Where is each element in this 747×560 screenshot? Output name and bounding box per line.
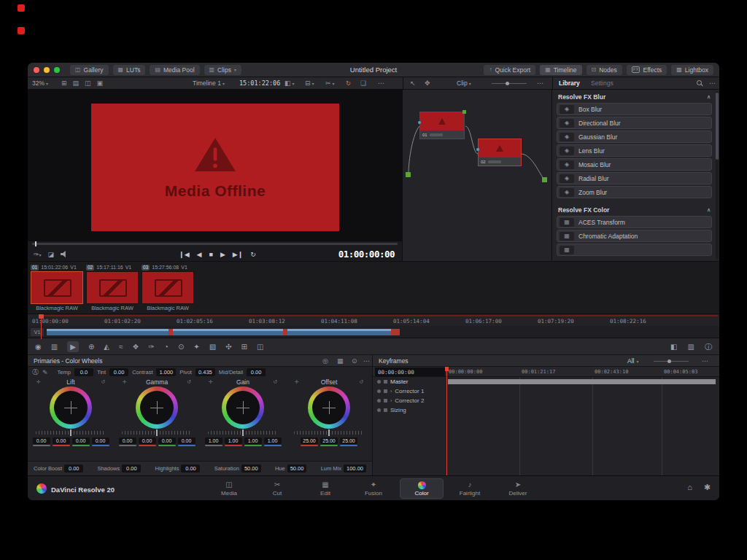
split-tools-select[interactable]: ✂▾ xyxy=(325,77,335,89)
crosshair-icon[interactable]: ✛ xyxy=(209,379,213,385)
clip-cell-2[interactable]: 02 15:17:11:16 V1 Blackmagic RAW xyxy=(86,263,139,312)
crosshair-icon[interactable]: ✛ xyxy=(123,379,127,385)
expand-chevron-icon[interactable]: › xyxy=(390,398,392,403)
zoom-icon[interactable]: ⊙ xyxy=(352,355,357,367)
effects-options-button[interactable]: ⋯ xyxy=(709,77,716,89)
node-zoom-slider[interactable] xyxy=(492,77,527,89)
audio-mute-icon[interactable] xyxy=(61,251,67,257)
fx-item-box-blur[interactable]: ◈Box Blur xyxy=(557,103,712,115)
stereo-tool-icon[interactable]: ◫ xyxy=(257,341,263,352)
keyframe-dot-icon[interactable] xyxy=(377,408,381,412)
page-fusion[interactable]: ✦Fusion xyxy=(352,478,395,499)
lock-icon[interactable] xyxy=(384,408,387,412)
keyframe-dot-icon[interactable] xyxy=(377,399,381,402)
timeline-clip-segment[interactable] xyxy=(173,329,283,335)
gamma-b-value[interactable]: 0.00 xyxy=(178,438,196,444)
lock-icon[interactable] xyxy=(384,399,387,402)
gain-color-wheel[interactable] xyxy=(222,386,264,429)
nodes-toggle-button[interactable]: ⊡Nodes xyxy=(587,65,622,75)
page-fairlight[interactable]: ♪Fairlight xyxy=(448,478,492,499)
keyframe-dot-icon[interactable] xyxy=(377,389,381,393)
corrector-node-2[interactable]: 02 xyxy=(478,139,522,166)
tracker-tool-icon[interactable]: ⊙ xyxy=(178,341,184,352)
offset-color-wheel[interactable] xyxy=(308,386,350,429)
crosshair-icon[interactable]: ✛ xyxy=(295,379,299,385)
page-deliver[interactable]: ➤Deliver xyxy=(496,478,540,499)
split-view-icon[interactable]: ▤ xyxy=(73,79,80,87)
panel-options-icon[interactable]: ⋯ xyxy=(363,355,370,367)
split-screen-icon[interactable]: ◧ xyxy=(670,341,677,352)
blur-tool-icon[interactable]: ▧ xyxy=(209,341,216,352)
keyframe-filter-select[interactable]: All▾ xyxy=(627,355,638,367)
clip-thumbnail[interactable] xyxy=(142,271,194,304)
clip-thumbnail[interactable] xyxy=(86,271,139,304)
key-tool-icon[interactable]: ✣ xyxy=(225,341,231,352)
effects-search-button[interactable] xyxy=(697,77,703,89)
offset-master-wheel[interactable] xyxy=(294,431,364,435)
scrub-playhead[interactable] xyxy=(35,241,36,246)
color-wheels-tool-icon[interactable]: ◉ xyxy=(35,341,42,352)
lift-y-value[interactable]: 0.00 xyxy=(33,438,50,444)
viewer-options-button[interactable]: ⋯ xyxy=(378,77,384,89)
timeline-clip-segment[interactable] xyxy=(391,329,400,335)
node-level-select[interactable]: Clip▾ xyxy=(457,77,471,89)
timeline-track-v1[interactable]: V1 xyxy=(28,326,719,338)
offset-r-value[interactable]: 25.00 xyxy=(301,438,318,444)
expand-viewer-button[interactable]: ❏ xyxy=(360,77,366,89)
go-to-last-frame-button[interactable]: ▶❙ xyxy=(233,251,243,258)
gallery-button[interactable]: ◫Gallery xyxy=(70,65,109,75)
timeline-toggle-button[interactable]: ▦Timeline xyxy=(540,65,581,75)
keyframe-dot-icon[interactable] xyxy=(377,380,381,384)
fx-item-radial-blur[interactable]: ◈Radial Blur xyxy=(557,172,712,184)
page-color[interactable]: Color xyxy=(400,478,444,499)
gamma-r-value[interactable]: 0.00 xyxy=(139,438,156,444)
timeline-selector[interactable]: Timeline 1▾ xyxy=(193,77,225,89)
pivot-value[interactable]: 0.435 xyxy=(196,368,215,376)
fx-item-zoom-blur[interactable]: ◈Zoom Blur xyxy=(557,186,712,198)
keyframe-zoom-slider[interactable] xyxy=(654,355,689,367)
fx-item-lens-blur[interactable]: ◈Lens Blur xyxy=(557,144,712,157)
effects-toggle-button[interactable]: FXEffects xyxy=(627,65,667,75)
zoom-window-button[interactable] xyxy=(54,67,60,73)
scrollbar-thumb[interactable] xyxy=(716,93,719,160)
keyframes-options-icon[interactable]: ⋯ xyxy=(702,355,708,367)
add-serial-node-icon[interactable]: ⊕ xyxy=(88,341,94,352)
node-options-button[interactable]: ⋯ xyxy=(537,77,543,89)
project-manager-home-icon[interactable]: ⌂ xyxy=(687,483,692,492)
lock-icon[interactable] xyxy=(384,380,387,384)
color-boost-value[interactable]: 0.00 xyxy=(64,464,83,472)
fx-item-directional-blur[interactable]: ◈Directional Blur xyxy=(557,117,712,129)
auto-balance-icon[interactable]: Ⓐ xyxy=(32,368,39,377)
kf-row-corrector-2[interactable]: › Corrector 2 xyxy=(373,396,489,405)
color-warper-tool-icon[interactable]: ❖ xyxy=(132,341,139,352)
annotation-tool-button[interactable]: ✑▾ xyxy=(34,251,42,258)
viewer-canvas[interactable]: Media Offline xyxy=(28,90,402,241)
fx-section-color-header[interactable]: Resolve FX Color ∧ xyxy=(552,203,719,214)
node-graph-panel[interactable]: 01 02 xyxy=(403,90,552,261)
reset-icon[interactable]: ↺ xyxy=(273,379,277,385)
page-edit[interactable]: ▦Edit xyxy=(303,478,347,499)
shadows-value[interactable]: 0.00 xyxy=(122,464,141,472)
lock-icon[interactable] xyxy=(384,389,387,393)
magic-mask-tool-icon[interactable]: ✦ xyxy=(193,341,199,352)
reset-icon[interactable]: ↺ xyxy=(187,379,191,385)
viewer-scrub-bar[interactable] xyxy=(32,243,398,245)
image-wipe-select[interactable]: ⊟▾ xyxy=(305,77,314,89)
contrast-value[interactable]: 1.000 xyxy=(156,368,176,376)
lift-master-wheel[interactable] xyxy=(36,431,106,435)
mid-detail-value[interactable]: 0.00 xyxy=(247,368,266,376)
gamma-g-value[interactable]: 0.00 xyxy=(158,438,176,444)
add-layer-node-icon[interactable]: ◭ xyxy=(104,341,109,352)
node-select-tool[interactable]: ↖ xyxy=(410,77,416,89)
lightbox-button[interactable]: ▩Lightbox xyxy=(671,65,713,75)
color-bars-tool-icon[interactable]: ▥ xyxy=(51,341,58,352)
gain-y-value[interactable]: 1.00 xyxy=(205,438,222,444)
lift-color-wheel[interactable] xyxy=(50,386,92,429)
power-window-tool-icon[interactable]: ◔ xyxy=(164,341,169,352)
wipe-mode-select[interactable]: ◧▾ xyxy=(285,77,295,89)
viewer-zoom-select[interactable]: 32%▾ xyxy=(32,77,48,89)
saturation-value[interactable]: 50.00 xyxy=(241,464,261,472)
gain-g-value[interactable]: 1.00 xyxy=(244,438,262,444)
go-to-first-frame-button[interactable]: ❙◀ xyxy=(179,251,189,258)
timeline-playhead[interactable] xyxy=(41,314,42,339)
